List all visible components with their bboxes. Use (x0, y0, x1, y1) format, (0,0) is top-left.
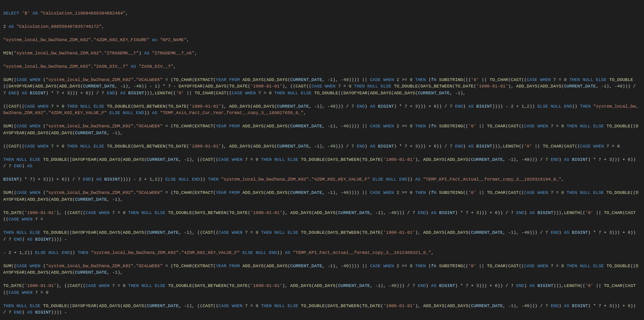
code-line: ((CAST((CASE WHEN 7 = 0 THEN NULL ELSE T… (0, 143, 644, 150)
code-line: SUM((CASE WHEN ("system_local_bw_bw2hana… (0, 123, 644, 136)
code-line: SUM((CASE WHEN ("system_local_bw_bw2hana… (0, 263, 644, 276)
code-line: THEN NULL ELSE TO_DOUBLE((DAYOFYEAR(ADD_… (0, 229, 644, 243)
code-line: ((CAST((CASE WHEN 7 = 0 THEN NULL ELSE T… (0, 103, 644, 116)
code-line: SUM((CASE WHEN ("system_local_bw_bw2hana… (0, 77, 644, 97)
code-line: 2 AS "Calculation_880559407835749172", (0, 23, 644, 30)
code-line: "system_local_bw_bw2hana_ZDM_K02"."ZASN_… (0, 63, 644, 70)
code-line: SUM((CASE WHEN ("system_local_bw_bw2hana… (0, 189, 644, 203)
code-line: BIGINT) * 7) + 3))) + 6)) / 7 END) AS BI… (0, 176, 644, 183)
code-line: TO_DATE('1900-01-01'), ((CAST((CASE WHEN… (0, 210, 644, 223)
code-line: MIN("system_local_bw_bw2hana_ZDM_K02"."Z… (0, 50, 644, 57)
code-line: THEN NULL ELSE TO_DOUBLE((DAYOFYEAR(ADD_… (0, 303, 644, 316)
code-editor[interactable]: SELECT '$' AS "Calculation_1100848683048… (0, 0, 644, 320)
code-line: TO_DATE('1900-01-01'), ((CAST((CASE WHEN… (0, 283, 644, 296)
code-line: - 2 + 1,2)) ELSE NULL END)) THEN "system… (0, 249, 644, 256)
code-line: "system_local_bw_bw2hana_ZDM_K02"."4ZDM_… (0, 37, 644, 44)
code-line: SELECT '$' AS "Calculation_1100848683048… (0, 10, 644, 17)
code-line: THEN NULL ELSE TO_DOUBLE((DAYOFYEAR(ADD_… (0, 156, 644, 170)
